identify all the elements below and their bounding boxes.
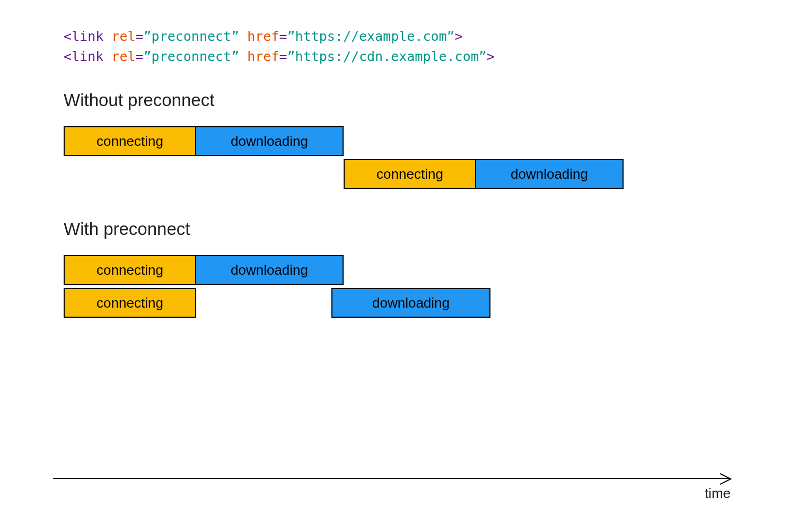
- code-equals: =: [136, 49, 144, 64]
- section-without-preconnect: Without preconnect connecting downloadin…: [64, 90, 725, 190]
- code-equals: =: [279, 29, 287, 44]
- code-line-1: <link rel=”preconnect” href=”https://exa…: [64, 27, 725, 47]
- code-attr-name: rel: [111, 29, 135, 44]
- code-attr-name: href: [247, 49, 279, 64]
- heading-without: Without preconnect: [64, 90, 725, 110]
- code-attr-value: ”preconnect”: [144, 49, 240, 64]
- timeline-row: connecting downloading: [64, 288, 725, 319]
- code-equals: =: [279, 49, 287, 64]
- timeline-row: connecting downloading: [64, 159, 725, 190]
- code-attr-name: rel: [111, 49, 135, 64]
- timeline-without: connecting downloading connecting downlo…: [64, 126, 725, 190]
- bar-connecting: connecting: [64, 126, 196, 156]
- timeline-row: connecting downloading: [64, 126, 725, 157]
- code-tag: link: [72, 29, 103, 44]
- code-line-2: <link rel=”preconnect” href=”https://cdn…: [64, 47, 725, 67]
- code-open-bracket: <: [64, 29, 72, 44]
- section-with-preconnect: With preconnect connecting downloading c…: [64, 219, 725, 319]
- bar-connecting: connecting: [344, 159, 476, 189]
- bar-connecting: connecting: [64, 255, 196, 285]
- bar-downloading: downloading: [195, 126, 344, 156]
- code-block: <link rel=”preconnect” href=”https://exa…: [64, 27, 725, 66]
- code-open-bracket: <: [64, 49, 72, 64]
- bar-connecting: connecting: [64, 288, 196, 318]
- code-equals: =: [136, 29, 144, 44]
- timeline-with: connecting downloading connecting downlo…: [64, 255, 725, 319]
- heading-with: With preconnect: [64, 219, 725, 239]
- arrow-right-icon: [720, 473, 733, 485]
- code-attr-value: ”preconnect”: [144, 29, 240, 44]
- code-attr-name: href: [247, 29, 279, 44]
- code-close-bracket: >: [455, 29, 463, 44]
- code-close-bracket: >: [487, 49, 495, 64]
- axis-line: [53, 478, 731, 479]
- timeline-row: connecting downloading: [64, 255, 725, 286]
- time-axis: time: [53, 478, 731, 479]
- code-attr-value: ”https://cdn.example.com”: [287, 49, 487, 64]
- axis-label: time: [705, 485, 731, 502]
- bar-downloading: downloading: [195, 255, 344, 285]
- code-attr-value: ”https://example.com”: [287, 29, 455, 44]
- code-tag: link: [72, 49, 103, 64]
- bar-downloading: downloading: [331, 288, 490, 318]
- bar-downloading: downloading: [475, 159, 624, 189]
